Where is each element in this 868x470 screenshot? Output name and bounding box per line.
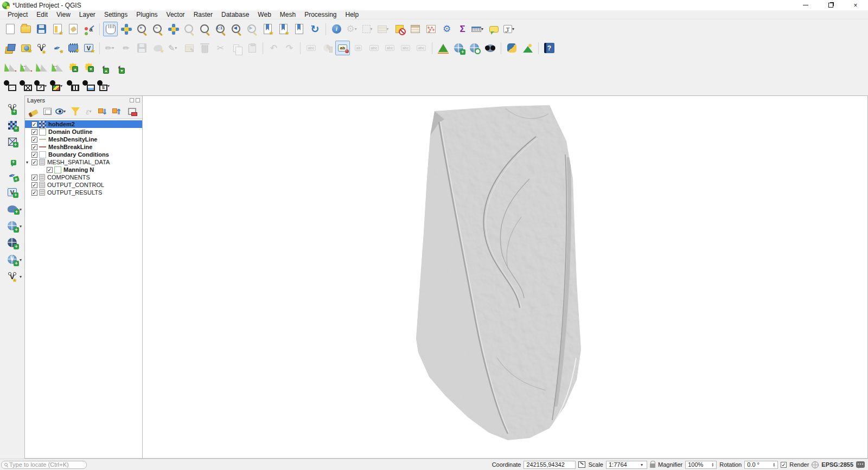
magnifier-spinner[interactable]: 100% ▲▼	[685, 461, 717, 469]
text-annotation-dropdown-icon[interactable]: ▾	[512, 27, 516, 31]
zoom-to-selection-button[interactable]	[182, 22, 196, 36]
expand-all-button[interactable]: ⇓	[97, 106, 110, 118]
manage-map-themes-dropdown-icon[interactable]: ▾	[63, 109, 67, 114]
metasearch-catalog-button[interactable]: +	[451, 41, 466, 55]
move-label-button[interactable]: abc	[382, 41, 397, 55]
filter-legend-button[interactable]	[69, 106, 82, 118]
show-spatial-bookmarks-button[interactable]: ★	[276, 22, 291, 36]
menu-project[interactable]: Project	[3, 10, 32, 19]
unpin-labels-button[interactable]: ab	[351, 41, 366, 55]
layer-row-manning-n[interactable]: ✓Manning N	[25, 166, 142, 173]
show-hide-labels-button[interactable]: abc	[367, 41, 381, 55]
rotation-spin-arrows[interactable]: ▲▼	[773, 462, 775, 467]
select-features-by-value-button[interactable]: ▾	[376, 22, 391, 36]
open-field-calculator-button[interactable]	[424, 22, 438, 36]
layer-row-domain-outline[interactable]: ✓Domain Outline	[25, 128, 142, 136]
scale-combo[interactable]: 1:7764 ▾	[606, 461, 647, 469]
layer-visibility-checkbox[interactable]: ✓	[31, 144, 37, 150]
new-spatial-bookmark-button[interactable]: ★	[260, 22, 275, 36]
mesh-gradient-style-tool-dropdown-icon[interactable]: ▾	[60, 83, 64, 88]
layer-row-mesh-spatial-data[interactable]: ▾✓MESH_SPATIAL_DATA	[25, 158, 142, 166]
close-button[interactable]: ×	[843, 0, 868, 10]
vertex-tool-dropdown-icon[interactable]: ▾	[175, 46, 178, 50]
mesh-load-tool-button[interactable]	[3, 79, 17, 93]
menu-settings[interactable]: Settings	[100, 10, 132, 19]
open-layer-styling-panel-button[interactable]	[27, 106, 40, 118]
layer-visibility-checkbox[interactable]: ✓	[31, 137, 37, 143]
layer-visibility-checkbox[interactable]: ✓	[47, 167, 53, 173]
layer-row-meshbreakline[interactable]: ✓MeshBreakLine	[25, 143, 142, 151]
statistical-summary-button[interactable]: Σ	[455, 22, 470, 36]
locate-input[interactable]: Type to locate (Ctrl+K)	[1, 461, 87, 469]
render-checkbox[interactable]: ✓	[781, 462, 787, 468]
help-button[interactable]: ?	[542, 41, 557, 55]
new-print-layout-button[interactable]: ★	[50, 22, 65, 36]
add-spatialite-layer-button[interactable]: ✒+	[5, 168, 20, 183]
zoom-full-button[interactable]	[166, 22, 181, 36]
panel-close-icon[interactable]	[136, 98, 140, 102]
restore-button[interactable]	[818, 0, 843, 10]
layer-visibility-checkbox[interactable]: ✓	[31, 182, 37, 188]
decrease-brightness-button[interactable]: ▼	[81, 60, 96, 74]
crs-globe-icon[interactable]	[812, 461, 819, 468]
pin-labels-button[interactable]: ab	[335, 41, 350, 55]
text-annotation-button[interactable]: T▾	[502, 22, 517, 36]
layer-row-hohdem2[interactable]: ✓hohdem2	[25, 120, 142, 128]
local-histogram-stretch-button[interactable]	[3, 60, 17, 74]
menu-raster[interactable]: Raster	[189, 10, 217, 19]
modify-attributes-selected-button[interactable]	[182, 41, 196, 55]
run-feature-action-button[interactable]: ⚙▾	[345, 22, 360, 36]
add-raster-layer-button[interactable]: +	[5, 118, 20, 132]
zoom-to-layer-button[interactable]	[197, 22, 212, 36]
measure-line-button[interactable]: ▾	[471, 22, 486, 36]
pan-to-selection-button[interactable]	[119, 22, 133, 36]
scale-dropdown-icon[interactable]: ▾	[641, 462, 644, 467]
style-manager-button[interactable]: a	[81, 22, 96, 36]
paste-features-button[interactable]	[245, 41, 259, 55]
new-spatialite-layer-button[interactable]: ✒★	[50, 41, 65, 55]
identify-features-button[interactable]: i	[329, 22, 344, 36]
messages-icon[interactable]	[856, 461, 865, 468]
coordinate-input[interactable]: 242155,94342	[524, 461, 576, 469]
manage-map-themes-button[interactable]: ▾	[55, 106, 68, 118]
add-mesh-layer-button[interactable]: +	[5, 134, 20, 149]
menu-database[interactable]: Database	[217, 10, 253, 19]
undo-button[interactable]: ↶	[266, 41, 281, 55]
mesh-water-level-tool-button[interactable]	[81, 79, 96, 93]
open-attribute-table-button[interactable]	[408, 22, 423, 36]
map-canvas[interactable]	[143, 95, 868, 459]
terrain-profile-plugin-button[interactable]	[520, 41, 535, 55]
magnifier-spin-arrows[interactable]: ▲▼	[711, 462, 714, 467]
mesh-settings-tool-button[interactable]: S▾	[97, 79, 112, 93]
add-delimited-text-layer-button[interactable]: ,+	[5, 151, 20, 166]
full-cumulative-cut-stretch-button[interactable]: ↔	[50, 60, 65, 74]
panel-float-icon[interactable]	[130, 98, 134, 102]
zoom-last-button[interactable]: ◀	[229, 22, 244, 36]
add-wfs-layer-button[interactable]: +▾	[5, 252, 20, 267]
add-wms-layer-dropdown-icon[interactable]: ▾	[20, 224, 23, 229]
layer-visibility-checkbox[interactable]: ✓	[31, 159, 37, 165]
zoom-next-button[interactable]: ▶	[245, 22, 259, 36]
toggle-extents-icon[interactable]	[578, 461, 585, 468]
mesh-gradient-style-tool-button[interactable]: ▾	[50, 79, 65, 93]
layer-visibility-checkbox[interactable]: ✓	[31, 152, 37, 158]
map-tips-button[interactable]	[487, 22, 501, 36]
osm-place-search-button[interactable]	[483, 41, 497, 55]
change-label-button[interactable]: abc	[414, 41, 429, 55]
mesh-export-tool-dropdown-icon[interactable]: ▾	[44, 83, 48, 88]
expander-icon[interactable]: ▾	[26, 160, 31, 165]
layer-row-components[interactable]: ✓COMPONENTS	[25, 173, 142, 181]
current-edits-button[interactable]: ✏▾	[103, 41, 118, 55]
layer-visibility-checkbox[interactable]: ✓	[31, 129, 37, 135]
mesh-animation-tool-button[interactable]	[66, 79, 80, 93]
current-edits-dropdown-icon[interactable]: ▾	[112, 46, 116, 50]
remove-layer-group-button[interactable]	[125, 106, 138, 118]
layer-visibility-checkbox[interactable]: ✓	[31, 175, 37, 181]
pan-map-button[interactable]	[103, 22, 118, 36]
layer-row-output-control[interactable]: ✓OUTPUT_CONTROL	[25, 181, 142, 189]
rotation-spinner[interactable]: 0.0 ° ▲▼	[744, 461, 778, 469]
decrease-contrast-button[interactable]: ◐▼	[113, 60, 127, 74]
mesh-remove-tool-button[interactable]	[18, 79, 33, 93]
select-features-button[interactable]: ▾	[361, 22, 375, 36]
menu-web[interactable]: Web	[253, 10, 275, 19]
